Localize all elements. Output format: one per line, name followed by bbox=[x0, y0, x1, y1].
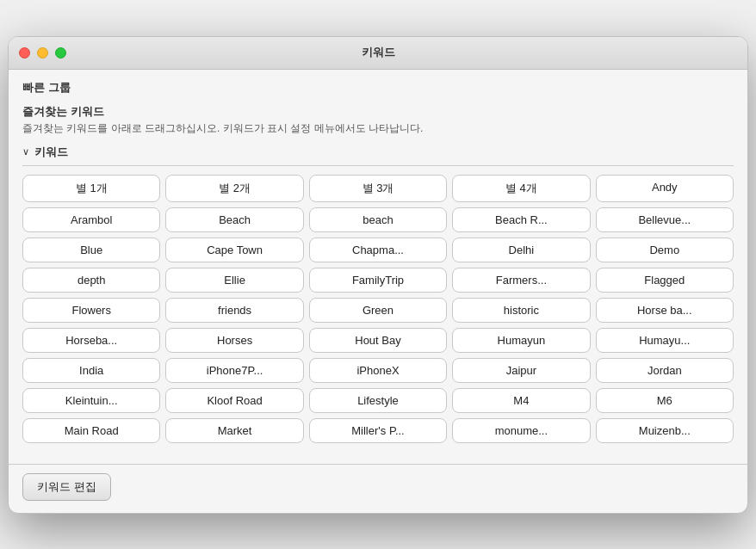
keyword-chip[interactable]: iPhoneX bbox=[309, 358, 447, 383]
keyword-chip[interactable]: 별 2개 bbox=[165, 175, 303, 202]
keyword-chip[interactable]: Arambol bbox=[22, 207, 160, 232]
quick-group-label: 빠른 그룹 bbox=[22, 80, 734, 96]
window-title: 키워드 bbox=[362, 45, 395, 60]
footer: 키워드 편집 bbox=[9, 464, 747, 513]
keyword-chip[interactable]: Bellevue... bbox=[596, 207, 734, 232]
keyword-chip[interactable]: FamilyTrip bbox=[309, 268, 447, 293]
keyword-chip[interactable]: Jordan bbox=[596, 358, 734, 383]
keyword-chip[interactable]: Demo bbox=[596, 237, 734, 262]
keyword-chip[interactable]: Market bbox=[165, 418, 303, 443]
chevron-down-icon: ∨ bbox=[22, 146, 29, 157]
keyword-chip[interactable]: Chapma... bbox=[309, 237, 447, 262]
keyword-chip[interactable]: historic bbox=[452, 298, 590, 323]
keyword-chip[interactable]: Hout Bay bbox=[309, 328, 447, 353]
edit-keywords-button[interactable]: 키워드 편집 bbox=[22, 473, 111, 501]
keyword-chip[interactable]: Humayu... bbox=[596, 328, 734, 353]
keyword-chip[interactable]: Beach bbox=[165, 207, 303, 232]
keyword-chip[interactable]: beach bbox=[309, 207, 447, 232]
minimize-button[interactable] bbox=[37, 47, 48, 59]
keyword-chip[interactable]: Beach R... bbox=[452, 207, 590, 232]
keyword-chip[interactable]: Farmers... bbox=[452, 268, 590, 293]
keyword-chip[interactable]: Lifestyle bbox=[309, 388, 447, 413]
keyword-chip[interactable]: Muizenb... bbox=[596, 418, 734, 443]
window-controls[interactable] bbox=[19, 47, 66, 59]
keyword-chip[interactable]: Green bbox=[309, 298, 447, 323]
keywords-window: 키워드 빠른 그룹 즐겨찾는 키워드 즐겨찾는 키워드를 아래로 드래그하십시오… bbox=[8, 36, 748, 514]
keyword-chip[interactable]: Cape Town bbox=[165, 237, 303, 262]
keyword-chip[interactable]: Kleintuin... bbox=[22, 388, 160, 413]
keyword-chip[interactable]: monume... bbox=[452, 418, 590, 443]
maximize-button[interactable] bbox=[55, 47, 66, 59]
keyword-chip[interactable]: 별 1개 bbox=[22, 175, 160, 202]
keyword-chip[interactable]: Flagged bbox=[596, 268, 734, 293]
close-button[interactable] bbox=[19, 47, 30, 59]
keyword-chip[interactable]: Flowers bbox=[22, 298, 160, 323]
favorites-title: 즐겨찾는 키워드 bbox=[22, 104, 734, 120]
keyword-chip[interactable]: Andy bbox=[596, 175, 734, 202]
keyword-chip[interactable]: Horses bbox=[165, 328, 303, 353]
keyword-chip[interactable]: M6 bbox=[596, 388, 734, 413]
keyword-chip[interactable]: Ellie bbox=[165, 268, 303, 293]
keyword-chip[interactable]: India bbox=[22, 358, 160, 383]
keyword-chip[interactable]: M4 bbox=[452, 388, 590, 413]
keyword-chip[interactable]: Miller's P... bbox=[309, 418, 447, 443]
keyword-chip[interactable]: friends bbox=[165, 298, 303, 323]
keyword-chip[interactable]: depth bbox=[22, 268, 160, 293]
keyword-chip[interactable]: Delhi bbox=[452, 237, 590, 262]
keyword-chip[interactable]: 별 3개 bbox=[309, 175, 447, 202]
keywords-grid: 별 1개별 2개별 3개별 4개AndyArambolBeachbeachBea… bbox=[22, 175, 734, 443]
keywords-header: ∨ 키워드 bbox=[22, 145, 734, 166]
keyword-chip[interactable]: Blue bbox=[22, 237, 160, 262]
keyword-chip[interactable]: Main Road bbox=[22, 418, 160, 443]
keywords-section-label: 키워드 bbox=[34, 145, 68, 160]
keyword-chip[interactable]: Horse ba... bbox=[596, 298, 734, 323]
keyword-chip[interactable]: Jaipur bbox=[452, 358, 590, 383]
keyword-chip[interactable]: Humayun bbox=[452, 328, 590, 353]
keyword-chip[interactable]: iPhone7P... bbox=[165, 358, 303, 383]
keyword-chip[interactable]: 별 4개 bbox=[452, 175, 590, 202]
favorites-subtitle: 즐겨찾는 키워드를 아래로 드래그하십시오. 키워드가 표시 설정 메뉴에서도 … bbox=[22, 121, 734, 136]
keyword-chip[interactable]: Kloof Road bbox=[165, 388, 303, 413]
keyword-chip[interactable]: Horseba... bbox=[22, 328, 160, 353]
favorites-section: 즐겨찾는 키워드 즐겨찾는 키워드를 아래로 드래그하십시오. 키워드가 표시 … bbox=[22, 104, 734, 136]
main-content: 빠른 그룹 즐겨찾는 키워드 즐겨찾는 키워드를 아래로 드래그하십시오. 키워… bbox=[9, 70, 747, 464]
titlebar: 키워드 bbox=[9, 37, 747, 70]
